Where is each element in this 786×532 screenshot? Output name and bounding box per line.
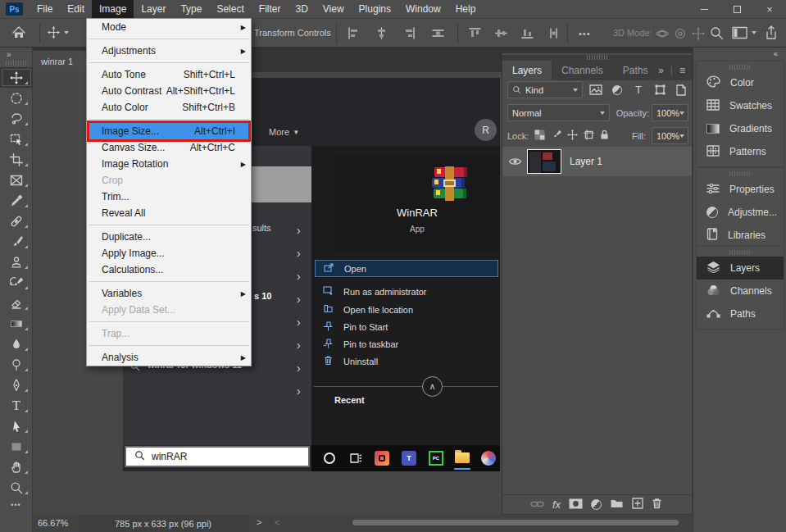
eraser-tool[interactable] — [0, 293, 33, 313]
menu-filter[interactable]: Filter — [252, 0, 289, 18]
distribute-vertical-icon[interactable] — [547, 27, 560, 42]
dock-item-libraries[interactable]: Libraries — [697, 224, 784, 247]
menu-layer[interactable]: Layer — [134, 0, 173, 18]
dock-item-paths[interactable]: Paths — [697, 302, 784, 325]
menu-help[interactable]: Help — [448, 0, 484, 18]
align-vertical-centers-icon[interactable] — [495, 27, 507, 42]
lasso-tool[interactable] — [0, 108, 33, 129]
align-top-edges-icon[interactable] — [469, 27, 481, 42]
panel-grip[interactable] — [502, 55, 692, 61]
transform-controls-label[interactable]: Transform Controls — [254, 28, 331, 38]
3d-pan-icon[interactable] — [692, 27, 705, 43]
toolbar-collapse-icon[interactable]: » — [0, 48, 32, 61]
path-selection-tool[interactable] — [0, 416, 33, 436]
zoom-tool[interactable] — [0, 477, 33, 498]
dodge-tool[interactable] — [0, 354, 33, 375]
status-prev-icon[interactable]: < — [275, 517, 279, 527]
filter-smart-objects-icon[interactable] — [673, 82, 689, 98]
menu-item-auto-tone[interactable]: Auto ToneShift+Ctrl+L — [87, 66, 251, 83]
layer-visibility-toggle[interactable] — [502, 157, 527, 166]
distribute-horizontal-icon[interactable] — [431, 27, 445, 42]
menu-file[interactable]: File — [30, 0, 60, 18]
kind-filter-dropdown[interactable]: Kind — [507, 81, 583, 98]
align-bottom-edges-icon[interactable] — [521, 27, 534, 42]
pen-tool[interactable] — [0, 375, 33, 395]
marquee-tool[interactable] — [0, 88, 33, 108]
home-icon[interactable] — [11, 25, 26, 43]
menu-item-reveal-all[interactable]: Reveal All — [87, 205, 251, 221]
share-icon[interactable] — [765, 25, 778, 43]
rectangle-tool[interactable] — [0, 436, 33, 457]
dock-item-properties[interactable]: Properties — [697, 178, 784, 201]
zoom-level-field[interactable]: 66.67% — [38, 518, 68, 528]
hand-tool[interactable] — [0, 457, 33, 477]
blend-mode-dropdown[interactable]: Normal — [507, 104, 610, 121]
dock-item-patterns[interactable]: Patterns — [697, 140, 784, 163]
menu-item-auto-contrast[interactable]: Auto ContrastAlt+Shift+Ctrl+L — [87, 83, 251, 99]
dock-group-grip[interactable] — [729, 250, 751, 255]
dock-item-channels[interactable]: Channels — [697, 280, 784, 302]
3d-orbit-icon[interactable] — [656, 27, 669, 43]
dock-item-adjustments[interactable]: Adjustme... — [697, 201, 784, 224]
align-horizontal-centers-icon[interactable] — [375, 27, 388, 42]
type-tool[interactable]: T — [0, 395, 33, 416]
dock-group-grip[interactable] — [729, 65, 751, 70]
3d-roll-icon[interactable] — [674, 27, 687, 43]
menu-item-adjustments[interactable]: Adjustments▶ — [87, 43, 251, 59]
gradient-tool[interactable] — [0, 313, 33, 334]
menu-item-analysis[interactable]: Analysis▶ — [87, 349, 251, 366]
new-group-icon[interactable] — [610, 498, 624, 511]
blur-tool[interactable] — [0, 334, 33, 354]
new-layer-icon[interactable] — [632, 498, 643, 512]
dock-item-swatches[interactable]: Swatches — [697, 94, 784, 117]
maximize-button[interactable] — [720, 0, 753, 18]
healing-brush-tool[interactable] — [0, 211, 33, 231]
menu-item-canvas-size[interactable]: Canvas Size...Alt+Ctrl+C — [87, 139, 251, 156]
adjustment-layer-icon[interactable] — [591, 499, 602, 510]
layer-mask-icon[interactable] — [569, 498, 583, 512]
workspace-switcher-icon[interactable] — [732, 26, 756, 39]
brush-tool[interactable] — [0, 231, 33, 252]
delete-layer-icon[interactable] — [652, 498, 662, 512]
menu-plugins[interactable]: Plugins — [352, 0, 398, 18]
filter-shape-layers-icon[interactable] — [652, 82, 668, 98]
menu-window[interactable]: Window — [398, 0, 448, 18]
more-options-icon[interactable]: ••• — [579, 29, 591, 39]
tab-channels[interactable]: Channels — [552, 61, 613, 80]
layer-effects-icon[interactable]: fx — [552, 498, 561, 511]
dock-item-color[interactable]: Color — [697, 71, 784, 94]
menu-select[interactable]: Select — [209, 0, 251, 18]
align-left-edges-icon[interactable] — [348, 27, 360, 42]
minimize-button[interactable] — [688, 0, 720, 18]
toolbar-more-icon[interactable]: ••• — [0, 498, 32, 512]
menu-item-duplicate[interactable]: Duplicate... — [87, 229, 251, 245]
search-icon[interactable] — [710, 26, 724, 43]
lock-all-icon[interactable] — [600, 130, 609, 143]
menu-3d[interactable]: 3D — [288, 0, 315, 18]
crop-tool[interactable] — [0, 149, 33, 170]
dock-collapse-icon[interactable]: « — [693, 48, 786, 59]
layer-name[interactable]: Layer 1 — [570, 156, 602, 167]
menu-item-auto-color[interactable]: Auto ColorShift+Ctrl+B — [87, 99, 251, 116]
move-tool-preset-icon[interactable] — [48, 26, 69, 39]
panel-collapse-icon[interactable]: » — [658, 65, 664, 76]
clone-stamp-tool[interactable] — [0, 252, 33, 272]
dock-item-gradients[interactable]: Gradients — [697, 117, 784, 140]
menu-image[interactable]: Image — [92, 0, 134, 18]
opacity-value-dropdown[interactable]: 100% — [652, 104, 688, 121]
frame-tool[interactable] — [0, 170, 33, 190]
panel-menu-icon[interactable]: ≡ — [679, 65, 685, 76]
link-layers-icon[interactable] — [530, 499, 544, 511]
tab-paths[interactable]: Paths — [613, 61, 658, 80]
object-selection-tool[interactable] — [0, 129, 33, 149]
lock-pixels-icon[interactable] — [551, 130, 561, 143]
menu-item-image-size[interactable]: Image Size...Alt+Ctrl+I — [87, 123, 251, 139]
eyedropper-tool[interactable] — [0, 190, 33, 211]
lock-transparency-icon[interactable] — [534, 130, 545, 143]
menu-type[interactable]: Type — [173, 0, 209, 18]
menu-item-variables[interactable]: Variables▶ — [87, 285, 251, 302]
history-brush-tool[interactable] — [0, 272, 33, 293]
menu-view[interactable]: View — [316, 0, 352, 18]
fill-value-dropdown[interactable]: 100% — [652, 127, 688, 144]
align-right-edges-icon[interactable] — [403, 27, 416, 42]
